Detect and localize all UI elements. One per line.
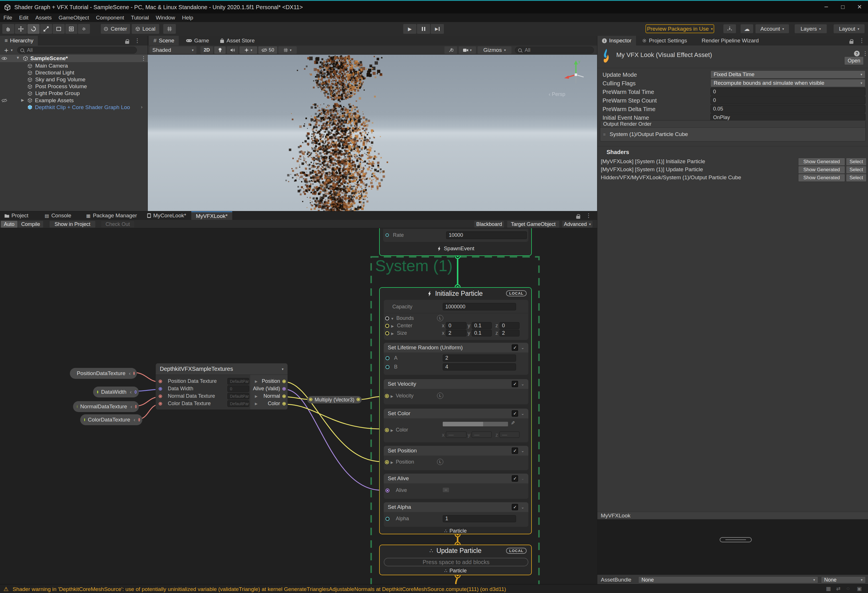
- foldout-arrow-icon[interactable]: ▶: [391, 394, 393, 398]
- 2d-toggle-button[interactable]: 2D: [201, 46, 213, 54]
- assetbundle-variant-dropdown[interactable]: None▾: [821, 577, 866, 583]
- local-space-toggle[interactable]: L: [437, 392, 443, 399]
- compile-button[interactable]: Compile: [18, 220, 44, 228]
- status-warning-text[interactable]: Shader warning in 'DepthkitCoreMeshSourc…: [13, 586, 506, 592]
- search-input[interactable]: All: [17, 47, 137, 53]
- maximize-button[interactable]: □: [834, 1, 851, 13]
- chevron-down-icon[interactable]: ⌄: [521, 382, 524, 386]
- preview-packages-button[interactable]: Preview Packages in Use▾: [645, 24, 714, 33]
- velocity-port[interactable]: [385, 394, 389, 398]
- color-swatch[interactable]: [443, 422, 508, 426]
- texture-output-port[interactable]: [133, 372, 134, 375]
- drag-handle-icon[interactable]: =: [603, 132, 606, 137]
- audio-toggle-button[interactable]: [227, 46, 238, 54]
- kebab-menu-icon[interactable]: ⋮: [586, 212, 591, 219]
- chevron-down-icon[interactable]: ⌄: [521, 411, 524, 416]
- size-x-field[interactable]: 2: [446, 330, 466, 336]
- collapse-icon[interactable]: ‹: [129, 370, 131, 376]
- int-output-port[interactable]: [134, 390, 137, 394]
- select-button[interactable]: Select: [846, 158, 867, 166]
- chevron-down-icon[interactable]: ⌄: [521, 345, 524, 350]
- blackboard-toggle[interactable]: Blackboard: [474, 220, 504, 228]
- grid-visibility-dropdown[interactable]: ▾: [278, 46, 297, 54]
- set-velocity-block[interactable]: Set Velocity⌄ ▶ Velocity L: [384, 379, 528, 404]
- foldout-arrow-icon[interactable]: ▼: [391, 317, 394, 321]
- menu-edit[interactable]: Edit: [16, 13, 32, 22]
- size-z-field[interactable]: 2: [499, 330, 520, 336]
- foldout-arrow-icon[interactable]: ▶: [391, 332, 394, 336]
- scale-tool-button[interactable]: [40, 24, 52, 34]
- rect-tool-button[interactable]: [53, 24, 65, 34]
- pause-button[interactable]: [417, 24, 430, 34]
- hierarchy-row-depthkit-prefab[interactable]: Depthkit Clip + Core Shader Graph Loo ›: [0, 104, 148, 111]
- spawn-context-node[interactable]: Rate 10000 SpawnEvent: [379, 228, 532, 256]
- select-button[interactable]: Select: [846, 166, 867, 174]
- tab-asset-store[interactable]: Asset Store: [216, 36, 259, 46]
- kebab-menu-icon[interactable]: ⋮: [141, 55, 146, 62]
- kebab-menu-icon[interactable]: ⋮: [859, 37, 865, 44]
- create-add-button[interactable]: ＋: [3, 46, 10, 55]
- multiply-input-port[interactable]: [309, 398, 313, 401]
- layout-dropdown[interactable]: Layout▾: [834, 24, 865, 33]
- position-port[interactable]: [385, 460, 389, 464]
- hierarchy-row[interactable]: Main Camera: [28, 63, 68, 69]
- input-port[interactable]: [159, 395, 162, 398]
- assetbundle-dropdown[interactable]: None▾: [638, 577, 818, 583]
- lock-icon[interactable]: [125, 41, 129, 44]
- menu-gameobject[interactable]: GameObject: [55, 13, 93, 22]
- block-enabled-checkbox[interactable]: [512, 344, 518, 351]
- size-y-field[interactable]: 0.1: [472, 330, 492, 336]
- close-button[interactable]: ✕: [851, 1, 868, 13]
- sample-node-header[interactable]: DepthkitVFXSampleTextures ▾: [156, 363, 288, 375]
- select-button[interactable]: Select: [846, 174, 867, 182]
- collapse-icon[interactable]: ‹: [134, 417, 136, 423]
- transform-tool-button[interactable]: [65, 24, 77, 34]
- lock-icon[interactable]: [849, 41, 853, 44]
- expand-arrow-icon[interactable]: ▶: [255, 402, 257, 406]
- alpha-port[interactable]: [385, 517, 390, 521]
- output-port[interactable]: [282, 387, 286, 391]
- center-port[interactable]: [385, 324, 389, 328]
- pivot-center-button[interactable]: Center: [101, 24, 130, 34]
- tab-hierarchy[interactable]: ≡ Hierarchy: [0, 36, 38, 46]
- texture-output-port[interactable]: [138, 418, 140, 422]
- set-lifetime-block[interactable]: Set Lifetime Random (Uniform)⌄ A 2 B 4: [384, 343, 528, 375]
- target-gameobject-toggle[interactable]: Target GameObject: [507, 220, 559, 228]
- set-alpha-block[interactable]: Set Alpha⌄ Alpha 1: [384, 502, 528, 527]
- play-button[interactable]: ▶: [403, 24, 416, 34]
- help-icon[interactable]: ?: [854, 51, 860, 56]
- minimize-button[interactable]: –: [818, 1, 834, 13]
- kebab-menu-icon[interactable]: ⋮: [134, 37, 140, 44]
- eyedropper-icon[interactable]: ✎: [511, 420, 515, 426]
- add-blocks-placeholder[interactable]: Press space to add blocks: [384, 558, 528, 566]
- menu-assets[interactable]: Assets: [32, 13, 55, 22]
- update-mode-dropdown[interactable]: Fixed Delta Time▾: [710, 71, 865, 78]
- tab-scene[interactable]: # Scene: [149, 36, 179, 46]
- tab-inspector[interactable]: i Inspector: [597, 36, 636, 46]
- lock-icon[interactable]: [576, 216, 580, 219]
- block-enabled-checkbox[interactable]: [512, 447, 518, 454]
- set-alive-block[interactable]: Set Alive⌄ Alive –: [384, 474, 528, 499]
- collapse-icon[interactable]: ‹: [131, 403, 132, 410]
- vfx-graph-canvas[interactable]: System (1) Rate 10000 SpawnEvent Positio…: [0, 228, 597, 584]
- prewarm-step-count-field[interactable]: 0: [710, 96, 865, 104]
- update-particle-node[interactable]: ∴ Update Particle LOCAL Press space to a…: [379, 544, 532, 575]
- center-y-field[interactable]: 0.1: [472, 322, 492, 329]
- visibility-hidden-eye-icon[interactable]: [1, 99, 7, 103]
- activity-status-icon[interactable]: ◌: [846, 586, 850, 592]
- multiply-node[interactable]: Multiply (Vector3): [307, 396, 362, 403]
- lighting-toggle-button[interactable]: [214, 46, 226, 54]
- preview-header[interactable]: MyVFXLook: [597, 512, 868, 519]
- prefab-open-arrow[interactable]: ›: [141, 104, 143, 110]
- block-enabled-checkbox[interactable]: [512, 475, 518, 482]
- scene-visibility-button[interactable]: 50: [258, 46, 277, 54]
- account-dropdown[interactable]: Account▾: [756, 24, 789, 33]
- input-port[interactable]: [159, 402, 162, 406]
- rotate-tool-button[interactable]: [28, 24, 40, 34]
- tab-project[interactable]: Project: [0, 211, 33, 220]
- hierarchy-row-scene[interactable]: ▼ SampleScene* ⋮: [0, 55, 148, 62]
- rate-field[interactable]: 10000: [446, 232, 527, 239]
- tab-mycorelook[interactable]: MyCoreLook*: [143, 211, 191, 220]
- a-field[interactable]: 2: [443, 354, 516, 361]
- foldout-arrow-icon[interactable]: ▶: [391, 428, 393, 432]
